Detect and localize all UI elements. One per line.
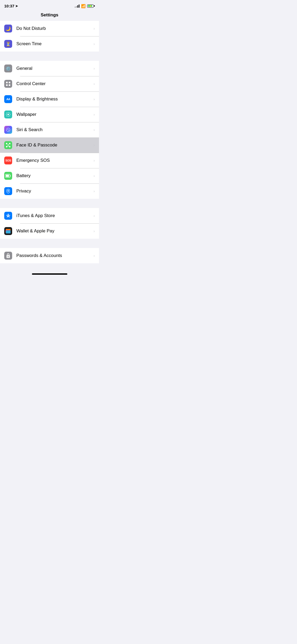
svg-rect-15 xyxy=(9,143,10,144)
display-icon: AA xyxy=(4,95,12,103)
svg-rect-14 xyxy=(6,143,7,144)
wifi-icon: 📶 xyxy=(81,4,86,8)
settings-group-1: 🌙 Do Not Disturb › ⏳ Screen Time › xyxy=(0,21,99,52)
do-not-disturb-icon: 🌙 xyxy=(4,25,12,33)
battery-status-icon: ⚡ xyxy=(87,4,95,8)
svg-point-9 xyxy=(6,113,7,113)
svg-rect-16 xyxy=(6,146,7,147)
wallpaper-label: Wallpaper xyxy=(16,112,91,117)
chevron-icon: › xyxy=(93,42,95,46)
row-passwords[interactable]: Passwords & Accounts › xyxy=(0,248,99,263)
screen-time-label: Screen Time xyxy=(16,41,91,47)
row-general[interactable]: ⚙️ General › xyxy=(0,61,99,76)
chevron-icon: › xyxy=(93,26,95,31)
row-do-not-disturb[interactable]: 🌙 Do Not Disturb › xyxy=(0,21,99,36)
status-bar: 10:37 ➤ 📶 ⚡ xyxy=(0,0,99,10)
passwords-icon xyxy=(4,252,12,260)
face-id-icon xyxy=(4,141,12,149)
svg-point-19 xyxy=(8,145,9,145)
siri-icon xyxy=(4,126,12,134)
row-control-center[interactable]: Control Center › xyxy=(0,76,99,91)
svg-rect-22 xyxy=(6,175,9,177)
row-screen-time[interactable]: ⏳ Screen Time › xyxy=(0,36,99,52)
settings-group-2: ⚙️ General › Control Center › AA Display… xyxy=(0,61,99,199)
svg-point-4 xyxy=(7,114,9,115)
group-separator-2 xyxy=(0,199,99,208)
itunes-appstore-label: iTunes & App Store xyxy=(16,213,91,218)
chevron-icon: › xyxy=(93,189,95,193)
svg-point-23 xyxy=(8,191,8,192)
wallpaper-icon xyxy=(4,111,12,118)
home-bar xyxy=(32,273,67,275)
page-title: Settings xyxy=(0,10,99,21)
appstore-icon: A xyxy=(4,212,12,220)
emergency-sos-label: Emergency SOS xyxy=(16,158,91,163)
row-wallpaper[interactable]: Wallpaper › xyxy=(0,107,99,122)
row-face-id[interactable]: Face ID & Passcode › xyxy=(0,137,99,153)
svg-point-12 xyxy=(9,116,10,116)
passwords-label: Passwords & Accounts xyxy=(16,253,91,258)
chevron-icon: › xyxy=(93,143,95,147)
svg-rect-2 xyxy=(6,84,8,86)
general-label: General xyxy=(16,66,91,71)
row-wallet[interactable]: Wallet & Apple Pay › xyxy=(0,223,99,239)
screen-time-icon: ⏳ xyxy=(4,40,12,48)
group-separator-3 xyxy=(0,239,99,248)
status-time: 10:37 ➤ xyxy=(4,4,18,8)
row-display[interactable]: AA Display & Brightness › xyxy=(0,91,99,107)
display-label: Display & Brightness xyxy=(16,96,91,102)
emergency-sos-icon: SOS xyxy=(4,157,12,164)
wallet-icon xyxy=(4,227,12,235)
general-icon: ⚙️ xyxy=(4,65,12,72)
chevron-icon: › xyxy=(93,158,95,163)
svg-point-10 xyxy=(9,113,10,113)
chevron-icon: › xyxy=(93,66,95,71)
svg-point-18 xyxy=(7,145,8,145)
row-siri[interactable]: Siri & Search › xyxy=(0,122,99,137)
battery-icon xyxy=(4,172,12,180)
chevron-icon: › xyxy=(93,82,95,86)
control-center-icon xyxy=(4,80,12,88)
row-battery[interactable]: Battery › xyxy=(0,168,99,183)
privacy-label: Privacy xyxy=(16,188,91,194)
svg-rect-0 xyxy=(6,82,8,83)
location-icon: ➤ xyxy=(15,4,18,8)
row-privacy[interactable]: Privacy › xyxy=(0,183,99,199)
svg-rect-3 xyxy=(9,84,10,86)
svg-point-27 xyxy=(8,256,9,257)
chevron-icon: › xyxy=(93,254,95,258)
svg-rect-17 xyxy=(9,146,10,147)
svg-point-6 xyxy=(8,116,9,117)
settings-group-4: Passwords & Accounts › xyxy=(0,248,99,263)
svg-text:A: A xyxy=(7,214,9,217)
svg-rect-1 xyxy=(9,82,10,83)
home-indicator xyxy=(0,271,99,276)
svg-point-5 xyxy=(8,112,9,113)
chevron-icon: › xyxy=(93,229,95,233)
control-center-label: Control Center xyxy=(16,81,91,86)
do-not-disturb-label: Do Not Disturb xyxy=(16,26,91,31)
group-separator-4 xyxy=(0,263,99,271)
time-display: 10:37 xyxy=(4,4,14,8)
chevron-icon: › xyxy=(93,214,95,218)
group-separator-1 xyxy=(0,52,99,61)
settings-group-3: A iTunes & App Store › Wallet & Apple Pa… xyxy=(0,208,99,239)
siri-label: Siri & Search xyxy=(16,127,91,132)
chevron-icon: › xyxy=(93,97,95,101)
svg-point-11 xyxy=(6,116,7,116)
signal-icon xyxy=(75,4,79,8)
row-itunes-appstore[interactable]: A iTunes & App Store › xyxy=(0,208,99,223)
svg-point-8 xyxy=(10,114,11,115)
privacy-icon xyxy=(4,187,12,195)
row-emergency-sos[interactable]: SOS Emergency SOS › xyxy=(0,153,99,168)
chevron-icon: › xyxy=(93,174,95,178)
wallet-label: Wallet & Apple Pay xyxy=(16,228,91,234)
svg-point-7 xyxy=(6,114,7,115)
status-icons: 📶 ⚡ xyxy=(75,4,95,8)
battery-label: Battery xyxy=(16,173,91,178)
face-id-label: Face ID & Passcode xyxy=(16,142,91,148)
chevron-icon: › xyxy=(93,128,95,132)
chevron-icon: › xyxy=(93,112,95,117)
